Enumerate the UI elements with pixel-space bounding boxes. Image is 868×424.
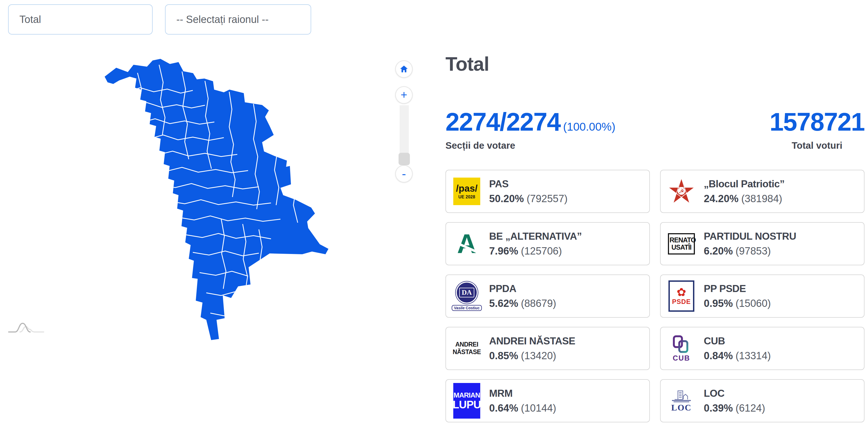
renato-line2: USATÎI	[670, 244, 693, 251]
result-card-blocul-patriotic: ☭ „Blocul Patriotic” 24.20%(381984)	[660, 170, 865, 213]
map-home-button[interactable]	[395, 60, 412, 78]
district-select[interactable]: -- Selectați raionul --	[165, 4, 311, 34]
svg-text:☭: ☭	[679, 188, 684, 195]
results-grid: /pas/ UE 2028 PAS 50.20%(792557) ☭ „Bl	[445, 170, 865, 422]
party-percent: 24.20%	[704, 193, 739, 204]
moldova-map[interactable]	[70, 57, 367, 343]
pas-logo-subtext: UE 2028	[458, 195, 475, 199]
party-name: BE „ALTERNATIVA”	[489, 231, 582, 242]
party-percent: 0.85%	[489, 350, 518, 361]
party-percent: 6.20%	[704, 245, 733, 257]
nastase-line2: NĂSTASE	[453, 348, 481, 356]
party-name: PPDA	[489, 283, 556, 294]
stations-percent: (100.00%)	[563, 120, 615, 133]
psde-logo: ✿ PSDE	[667, 278, 696, 314]
stations-count: 2274/2274	[445, 108, 560, 136]
party-name: MRM	[489, 388, 556, 399]
nastase-logo: ANDREI NĂSTASE	[453, 331, 481, 366]
alternativa-logo: A	[453, 226, 481, 261]
map-zoom-out-button[interactable]: -	[395, 165, 412, 182]
result-card-partidul-nostru: RENATO USATÎI PARTIDUL NOSTRU 6.20%(9785…	[660, 222, 865, 265]
result-card-alternativa: A BE „ALTERNATIVA” 7.96%(125706)	[445, 222, 650, 265]
party-votes: (381984)	[741, 193, 782, 204]
party-votes: (13420)	[521, 350, 556, 361]
party-name: LOC	[704, 388, 765, 399]
home-icon	[400, 65, 408, 74]
nastase-line1: ANDREI	[453, 341, 481, 348]
psde-flower-icon: ✿	[677, 287, 686, 298]
result-card-mrm: MARIAN LUPU MRM 0.64%(10144)	[445, 379, 650, 422]
pas-logo: /pas/ UE 2028	[453, 173, 481, 209]
stations-label: Secții de votare	[445, 140, 615, 151]
cub-word: CUB	[673, 355, 690, 362]
party-name: „Blocul Patriotic”	[704, 178, 784, 190]
party-name: PAS	[489, 178, 568, 190]
renato-line1: RENATO	[670, 236, 693, 244]
ppda-banner-text: Vasile Costiuc	[452, 305, 482, 311]
total-votes-count: 1578721	[770, 108, 865, 136]
mrm-line2: LUPU	[453, 399, 481, 410]
pas-logo-text: /pas/	[456, 183, 477, 193]
party-votes: (88679)	[521, 298, 556, 309]
result-card-nastase: ANDREI NĂSTASE ANDREI NĂSTASE 0.85%(1342…	[445, 327, 650, 370]
mrm-line1: MARIAN	[454, 392, 480, 399]
result-card-pas: /pas/ UE 2028 PAS 50.20%(792557)	[445, 170, 650, 213]
minus-icon: -	[402, 168, 406, 180]
party-votes: (97853)	[736, 245, 771, 257]
party-name: PARTIDUL NOSTRU	[704, 231, 796, 242]
page-title: Total	[445, 53, 489, 75]
party-votes: (10144)	[521, 402, 556, 414]
cub-squares-icon	[673, 335, 690, 354]
hills-watermark-icon	[7, 321, 45, 335]
alternativa-a-icon: A	[457, 231, 476, 257]
party-name: PP PSDE	[704, 283, 771, 294]
level-select-value: Total	[20, 14, 41, 25]
district-select-placeholder: -- Selectați raionul --	[176, 14, 269, 25]
result-card-ppda: DA Vasile Costiuc PPDA 5.62%(88679)	[445, 275, 650, 318]
plus-icon: +	[401, 89, 407, 101]
party-votes: (792557)	[527, 193, 568, 204]
page: Total -- Selectați raionul -- + - Total	[0, 0, 868, 424]
red-star-icon: ☭	[667, 176, 696, 206]
party-name: CUB	[704, 336, 771, 347]
loc-word: LOC	[671, 403, 691, 412]
map-zoom-in-button[interactable]: +	[395, 86, 412, 104]
party-votes: (125706)	[521, 245, 562, 257]
cub-logo: CUB	[667, 331, 696, 366]
party-percent: 0.84%	[704, 350, 733, 361]
result-card-loc: LOC LOC 0.39%(6124)	[660, 379, 865, 422]
total-votes-label: Total voturi	[792, 140, 842, 151]
party-percent: 0.95%	[704, 298, 733, 309]
party-votes: (6124)	[736, 402, 765, 414]
party-percent: 7.96%	[489, 245, 518, 257]
renato-usatii-logo: RENATO USATÎI	[667, 226, 696, 261]
loc-logo: LOC	[667, 383, 696, 419]
loc-buildings-icon	[671, 390, 692, 403]
level-select[interactable]: Total	[8, 4, 153, 34]
party-percent: 0.64%	[489, 402, 518, 414]
party-percent: 5.62%	[489, 298, 518, 309]
marian-lupu-logo: MARIAN LUPU	[453, 383, 481, 419]
party-name: ANDREI NĂSTASE	[489, 336, 575, 347]
stations-summary: 2274/2274(100.00%) Secții de votare	[445, 108, 615, 151]
result-card-psde: ✿ PSDE PP PSDE 0.95%(15060)	[660, 275, 865, 318]
party-percent: 50.20%	[489, 193, 524, 204]
red-star-logo: ☭	[667, 173, 696, 209]
party-percent: 0.39%	[704, 402, 733, 414]
ppda-logo: DA Vasile Costiuc	[453, 278, 481, 314]
ppda-da-text: DA	[459, 288, 474, 298]
map-zoom-slider-handle[interactable]	[399, 153, 410, 165]
map-zoom-slider-track[interactable]	[400, 105, 409, 153]
party-votes: (15060)	[736, 298, 771, 309]
psde-word: PSDE	[672, 298, 690, 306]
party-votes: (13314)	[736, 350, 771, 361]
country-shape[interactable]	[104, 59, 329, 340]
result-card-cub: CUB CUB 0.84%(13314)	[660, 327, 865, 370]
votes-summary: 1578721 Total voturi	[770, 108, 865, 151]
